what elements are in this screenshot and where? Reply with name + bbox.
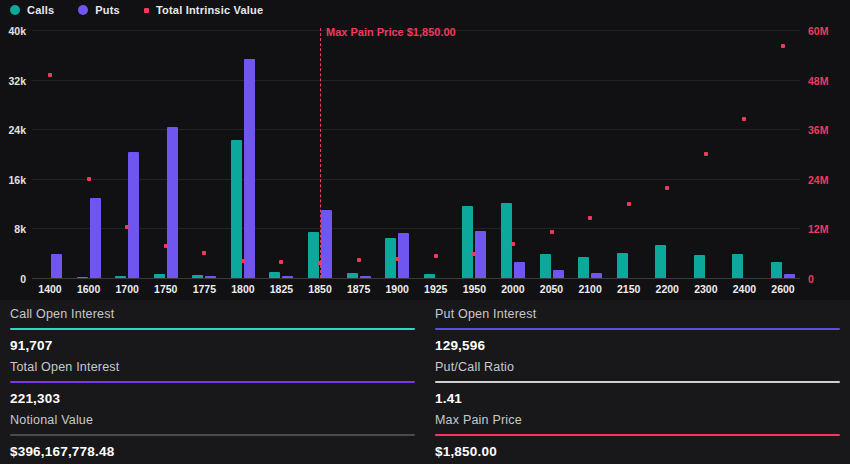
stat-max-pain-price: Max Pain Price $1,850.00 [435, 410, 840, 463]
call-bar-1925[interactable] [424, 274, 435, 278]
call-bar-2400[interactable] [732, 254, 743, 278]
stat-underline [435, 328, 840, 330]
put-bar-1700[interactable] [128, 152, 139, 278]
call-bar-2600[interactable] [771, 262, 782, 278]
stat-underline [435, 381, 840, 383]
stat-put-open-interest: Put Open Interest 129,596 [435, 304, 840, 357]
call-bar-1600[interactable] [77, 277, 88, 278]
y-axis-tick-left: 16k [0, 174, 26, 186]
call-bar-2100[interactable] [578, 257, 589, 278]
x-axis-label-1950: 1950 [454, 283, 494, 295]
x-axis-label-1825: 1825 [261, 283, 301, 295]
intrinsic-dot-1600[interactable] [87, 177, 91, 181]
y-axis-tick-left: 40k [0, 25, 26, 37]
put-bar-1750[interactable] [167, 127, 178, 278]
gridline [32, 80, 800, 81]
legend-dot-icon [78, 5, 88, 15]
gridline [32, 129, 800, 130]
intrinsic-dot-2100[interactable] [588, 216, 592, 220]
y-axis-tick-right: 48M [808, 75, 848, 87]
intrinsic-dot-1750[interactable] [164, 244, 168, 248]
stat-label: Notional Value [10, 413, 415, 427]
y-axis-tick-left: 0 [0, 273, 26, 285]
intrinsic-dot-2000[interactable] [511, 242, 515, 246]
intrinsic-dot-1400[interactable] [48, 73, 52, 77]
stat-underline [10, 328, 415, 330]
legend-item-puts[interactable]: Puts [78, 4, 120, 16]
call-bar-1775[interactable] [192, 275, 203, 278]
x-axis-label-2400: 2400 [724, 283, 764, 295]
call-bar-2000[interactable] [501, 203, 512, 278]
call-bar-2300[interactable] [694, 255, 705, 278]
legend-item-calls[interactable]: Calls [10, 4, 54, 16]
stat-underline [10, 381, 415, 383]
call-bar-1825[interactable] [269, 272, 280, 278]
stat-put-call-ratio: Put/Call Ratio 1.41 [435, 357, 840, 410]
intrinsic-dot-2200[interactable] [665, 186, 669, 190]
legend-dot-icon [10, 5, 20, 15]
intrinsic-dot-1775[interactable] [202, 251, 206, 255]
y-axis-tick-right: 12M [808, 223, 848, 235]
x-axis-label-1600: 1600 [69, 283, 109, 295]
stat-label: Put/Call Ratio [435, 360, 840, 374]
intrinsic-dot-1825[interactable] [279, 260, 283, 264]
put-bar-2600[interactable] [784, 274, 795, 278]
stat-underline [435, 434, 840, 436]
call-bar-1750[interactable] [154, 274, 165, 278]
call-bar-1875[interactable] [347, 273, 358, 278]
stat-total-open-interest: Total Open Interest 221,303 [10, 357, 415, 410]
stat-value: 221,303 [10, 391, 415, 406]
intrinsic-dot-1950[interactable] [472, 252, 476, 256]
call-bar-1700[interactable] [115, 276, 126, 278]
put-bar-1850[interactable] [321, 210, 332, 278]
put-bar-1600[interactable] [90, 198, 101, 278]
intrinsic-dot-2600[interactable] [781, 44, 785, 48]
y-axis-tick-right: 36M [808, 124, 848, 136]
x-axis-label-1775: 1775 [184, 283, 224, 295]
put-bar-1825[interactable] [282, 276, 293, 278]
call-bar-1950[interactable] [462, 206, 473, 278]
intrinsic-dot-2050[interactable] [550, 230, 554, 234]
put-bar-2100[interactable] [591, 273, 602, 278]
legend-item-label: Calls [27, 4, 54, 16]
x-axis-label-1400: 1400 [30, 283, 70, 295]
stat-label: Put Open Interest [435, 307, 840, 321]
put-bar-1875[interactable] [360, 276, 371, 278]
intrinsic-dot-1875[interactable] [357, 258, 361, 262]
oi-chart: CallsPutsTotal Intrinsic Value 008k12M16… [0, 0, 850, 300]
legend-item-total-intrinsic-value[interactable]: Total Intrinsic Value [144, 4, 263, 16]
put-bar-1775[interactable] [205, 276, 216, 278]
intrinsic-dot-2400[interactable] [742, 117, 746, 121]
intrinsic-dot-2300[interactable] [704, 152, 708, 156]
y-axis-tick-right: 24M [808, 174, 848, 186]
stat-value: $396,167,778.48 [10, 444, 415, 459]
call-bar-1850[interactable] [308, 232, 319, 278]
y-axis-tick-left: 8k [0, 223, 26, 235]
intrinsic-dot-1700[interactable] [125, 225, 129, 229]
x-axis-label-2150: 2150 [609, 283, 649, 295]
stat-label: Total Open Interest [10, 360, 415, 374]
intrinsic-dot-2150[interactable] [627, 202, 631, 206]
put-bar-2000[interactable] [514, 262, 525, 278]
intrinsic-dot-1900[interactable] [395, 257, 399, 261]
call-bar-1800[interactable] [231, 140, 242, 278]
x-axis-label-1850: 1850 [300, 283, 340, 295]
call-bar-2150[interactable] [617, 253, 628, 278]
call-bar-2200[interactable] [655, 245, 666, 278]
put-bar-1900[interactable] [398, 233, 409, 278]
stat-value: 1.41 [435, 391, 840, 406]
y-axis-tick-right: 0 [808, 273, 848, 285]
put-bar-2050[interactable] [553, 270, 564, 278]
stat-underline [10, 434, 415, 436]
x-axis-label-1800: 1800 [223, 283, 263, 295]
put-bar-1800[interactable] [244, 59, 255, 278]
max-pain-line [320, 28, 321, 278]
y-axis-tick-left: 24k [0, 124, 26, 136]
call-bar-2050[interactable] [540, 254, 551, 278]
x-axis-label-2600: 2600 [763, 283, 803, 295]
put-bar-1950[interactable] [475, 231, 486, 278]
intrinsic-dot-1925[interactable] [434, 254, 438, 258]
intrinsic-dot-1800[interactable] [241, 259, 245, 263]
x-axis-label-1750: 1750 [146, 283, 186, 295]
put-bar-1400[interactable] [51, 254, 62, 278]
